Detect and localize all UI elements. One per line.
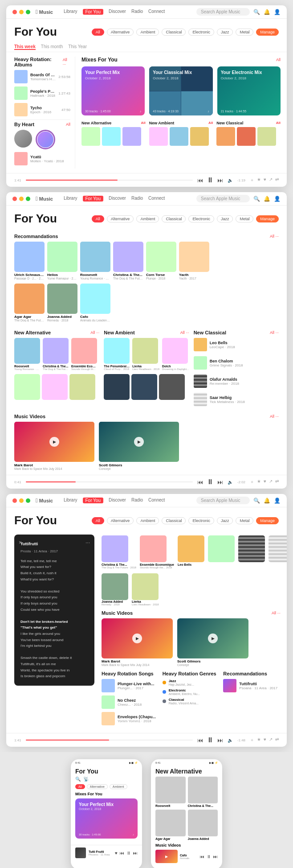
rec-item-3[interactable]: Roosevelt Young Romance · 2018: [80, 242, 110, 280]
new-classical-all[interactable]: All: [276, 121, 281, 125]
mobile-video-thumb[interactable]: ▶: [155, 850, 178, 863]
play-button[interactable]: ⏸: [207, 176, 214, 184]
mobile-pill-alt[interactable]: Alternative: [87, 784, 108, 789]
by-heart-track[interactable]: Ycatü Molten · Ycatü · 2018: [14, 152, 70, 165]
genre-jazz[interactable]: Jazz Hap-Jazzist, Jez...: [163, 679, 220, 686]
rec-item-7[interactable]: Agar Agar The Dog & The Future... 2018: [14, 284, 45, 322]
alt-album-3[interactable]: [122, 127, 141, 146]
by-heart-avatar-1[interactable]: [14, 130, 32, 148]
close-button[interactable]: [12, 10, 17, 14]
mobile-prev[interactable]: ⏮: [120, 851, 124, 856]
mobile-mv-prev[interactable]: ⏮: [200, 854, 204, 859]
filter2-manage[interactable]: Manage: [256, 215, 279, 222]
nav3-discover[interactable]: Discover: [109, 498, 126, 503]
new-ambient-all[interactable]: All: [208, 121, 213, 125]
mobile-pill-all[interactable]: All: [75, 784, 85, 789]
search-box-2[interactable]: Search Apple Music: [196, 195, 250, 202]
genre-electronic[interactable]: Electronic Ambient, Electro, Nu...: [163, 688, 220, 695]
rec-item-2[interactable]: Helios Yume Ramapur · 2017: [47, 242, 77, 280]
heart-icon-3[interactable]: ♥: [264, 737, 266, 743]
album-row-2[interactable]: People's Palms Hallmark · 2018 1:27:43: [14, 86, 70, 100]
search-icon-2[interactable]: 🔍: [253, 196, 260, 202]
mobile-heart[interactable]: ♥: [115, 851, 118, 856]
tab-thisweek[interactable]: This week: [14, 44, 36, 50]
amb-album-2[interactable]: [170, 127, 188, 146]
volume-3[interactable]: 🔈: [228, 738, 233, 743]
mv-play-2[interactable]: ▶: [134, 437, 144, 447]
cla-album-1[interactable]: [216, 127, 235, 146]
alt-album-1[interactable]: [81, 127, 100, 146]
recs-all[interactable]: All ···: [270, 234, 279, 239]
heart-icon[interactable]: ♥: [264, 177, 266, 183]
minimize-button-3[interactable]: [19, 498, 24, 503]
s3-rec-1[interactable]: Tuttifrutti Psoana · 11 Area · 2017: [223, 679, 281, 692]
shuffle-icon-3[interactable]: ⇄: [275, 737, 279, 743]
s3-video-2[interactable]: ▶ Scott Gilmors Concept: [177, 618, 248, 666]
nav3-connect[interactable]: Connect: [148, 498, 165, 503]
volume-control[interactable]: 🔈: [228, 178, 233, 183]
prev-icon[interactable]: ⏮: [197, 177, 203, 184]
new-alt-thumb-4[interactable]: [14, 374, 40, 400]
share-icon-3[interactable]: ↗: [269, 737, 273, 743]
new-cla-all[interactable]: All ···: [270, 330, 279, 335]
nav-radio[interactable]: Radio: [131, 9, 143, 15]
cla-track-3[interactable]: Olafur Arnalds Re:member · 2018: [194, 374, 279, 388]
avatar-2[interactable]: 👤: [274, 196, 281, 202]
rec-item-9[interactable]: Cafo Animals du Leaden · Animals du L...…: [80, 284, 110, 322]
amb-album-3[interactable]: [190, 127, 209, 146]
filter3-metal[interactable]: Metal: [236, 517, 253, 524]
add-icon[interactable]: ＋: [250, 177, 254, 183]
prev-icon-2[interactable]: ⏮: [197, 479, 203, 485]
player2-progress[interactable]: [26, 481, 193, 482]
mobile-mix-card[interactable]: Your Perfect Mix October 2, 2018 30 trac…: [75, 798, 138, 839]
close-button-3[interactable]: [12, 498, 17, 503]
alt-album-2[interactable]: [102, 127, 121, 146]
mobile-next[interactable]: ⏭: [133, 851, 138, 856]
nav3-foryou[interactable]: For You: [83, 498, 103, 503]
new-alt-album-3[interactable]: Ensemble Economique Sounds through the..…: [71, 338, 97, 370]
share-icon-2[interactable]: ↗: [269, 479, 273, 485]
maximize-button-2[interactable]: [26, 197, 30, 201]
s3-play-1[interactable]: ▶: [132, 634, 142, 643]
amb-dark-3[interactable]: [159, 374, 185, 400]
mobile-play[interactable]: ⏸: [126, 851, 131, 856]
next-icon[interactable]: ⏭: [217, 177, 223, 184]
share-icon[interactable]: ↗: [269, 177, 273, 183]
mv-card-1[interactable]: ▶ Mark Barot Mark Back to Space Mix July…: [14, 422, 94, 470]
s3-licrka[interactable]: Lierka Lierc Readteam · 2018: [132, 573, 159, 606]
play-button-3[interactable]: ⏸: [207, 736, 214, 744]
mv-play-1[interactable]: ▶: [49, 437, 59, 447]
minimize-button-2[interactable]: [19, 197, 24, 201]
mv-all-2[interactable]: All ···: [272, 611, 281, 615]
player3-progress[interactable]: [26, 740, 193, 740]
shuffle-icon[interactable]: ⇄: [275, 177, 279, 183]
minimize-button[interactable]: [19, 10, 24, 14]
s3-album-2[interactable]: Ensemble Economique Sounds through the..…: [140, 535, 174, 569]
filter3-electronic[interactable]: Electronic: [188, 517, 214, 524]
mobile-search-icon[interactable]: 🔍: [75, 777, 81, 782]
mobile-mv-play[interactable]: ⏸: [207, 854, 211, 859]
notification-icon-3[interactable]: 🔔: [264, 498, 270, 504]
cla-album-2[interactable]: [237, 127, 256, 146]
new-alt-thumb-6[interactable]: [69, 374, 95, 400]
search-icon-3[interactable]: 🔍: [253, 498, 260, 504]
rec-item-6[interactable]: Yacth Yacth · 2017: [179, 242, 209, 280]
s3-album-4[interactable]: [208, 535, 235, 569]
filter2-alternative[interactable]: Alternative: [107, 215, 134, 222]
s3-play-2[interactable]: ▶: [208, 634, 218, 643]
star-icon-2[interactable]: ★: [257, 479, 261, 485]
nav2-radio[interactable]: Radio: [131, 196, 143, 202]
album-row-1[interactable]: Boards Of Canada Tomorrow's Harvest · 20…: [14, 70, 70, 83]
filter-classical[interactable]: Classical: [162, 29, 186, 36]
rec-item-4[interactable]: Christina & The... The Dog & The Future.…: [113, 242, 143, 280]
s3-joanna-item[interactable]: Joanna Added Remedy · 2018: [102, 573, 128, 606]
mobile-cast-icon[interactable]: 📡: [83, 777, 89, 782]
mobile-mv-next[interactable]: ⏭: [213, 854, 218, 859]
rec-item-1[interactable]: Ulrich Schnauss & J... Passage D · J... …: [14, 242, 45, 280]
mv-card-2[interactable]: ▶ Scott Gilmors Concept: [99, 422, 179, 470]
mobile-pill-amb[interactable]: Ambient: [110, 784, 127, 789]
tab-thisyear[interactable]: This Year: [68, 44, 87, 50]
rec-item-8[interactable]: Joanna Added Remedy · 2018: [47, 284, 77, 322]
star-icon-3[interactable]: ★: [257, 737, 261, 743]
new-amb-album-3[interactable]: Dolch Drowning in Daylight... 2018: [162, 338, 189, 370]
